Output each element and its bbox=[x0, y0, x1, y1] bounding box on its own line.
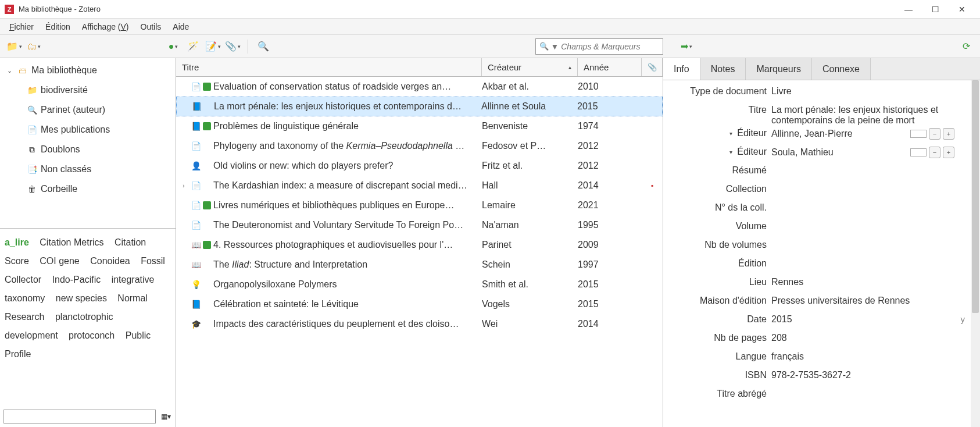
tree-item[interactable]: 🔍Parinet (auteur) bbox=[0, 100, 176, 120]
value-title[interactable]: La mort pénale: les enjeux historiques e… bbox=[771, 105, 978, 126]
new-group-button[interactable]: 🗂▾ bbox=[26, 38, 42, 55]
color-tag-icon bbox=[203, 122, 211, 130]
search-input[interactable] bbox=[551, 42, 659, 51]
advanced-search-button[interactable]: 🔍 bbox=[255, 38, 271, 55]
item-row[interactable]: ›📄The Kardashian index: a measure of dis… bbox=[176, 176, 663, 195]
tree-root-label: Ma bibliothèque bbox=[31, 65, 97, 76]
column-title[interactable]: Titre bbox=[176, 58, 482, 76]
item-row[interactable]: 📄The Deuteronomist and Voluntary Servitu… bbox=[176, 215, 663, 235]
item-row[interactable]: 💡Organopolysiloxane PolymersSmith et al.… bbox=[176, 275, 663, 294]
label-editor: Éditeur bbox=[737, 128, 767, 138]
item-row[interactable]: 📄Phylogeny and taxonomy of the Kermia–Ps… bbox=[176, 136, 663, 156]
tree-item[interactable]: 📁biodiversité bbox=[0, 80, 176, 100]
item-type-icon: 📄 bbox=[189, 141, 203, 151]
column-attachment[interactable]: 📎 bbox=[642, 58, 663, 76]
value-publisher[interactable]: Presses universitaires de Rennes bbox=[771, 296, 978, 306]
menu-edit[interactable]: Édition bbox=[41, 21, 75, 33]
label-volume: Volume bbox=[663, 221, 771, 232]
tag[interactable]: protoconch bbox=[69, 330, 115, 340]
item-title: Problèmes de linguistique générale bbox=[213, 121, 482, 131]
value-isbn[interactable]: 978-2-7535-3627-2 bbox=[771, 370, 978, 380]
app-icon: Z bbox=[5, 5, 14, 14]
tag[interactable]: Conoidea bbox=[90, 256, 130, 266]
menu-help[interactable]: Aide bbox=[168, 21, 194, 33]
add-by-identifier-button[interactable]: 🪄 bbox=[185, 38, 201, 55]
tab-notes[interactable]: Notes bbox=[700, 58, 746, 80]
item-year: 2012 bbox=[578, 141, 642, 151]
menu-file[interactable]: Fichier bbox=[5, 21, 38, 33]
item-row[interactable]: 📘Problèmes de linguistique généraleBenve… bbox=[176, 116, 663, 136]
attach-button[interactable]: 📎▾ bbox=[224, 38, 241, 55]
details-scrollbar[interactable] bbox=[971, 80, 980, 427]
locate-button[interactable]: ➡▾ bbox=[678, 38, 695, 55]
tag[interactable]: new species bbox=[56, 293, 107, 303]
search-box[interactable]: 🔍 bbox=[535, 38, 663, 55]
tag[interactable]: COI gene bbox=[40, 256, 79, 266]
item-row[interactable]: 📖4. Ressources photographiques et audiov… bbox=[176, 235, 663, 255]
item-row[interactable]: 🎓Impacts des caractéristiques du peuplem… bbox=[176, 314, 663, 334]
item-creator: Allinne et Soula bbox=[481, 101, 577, 112]
switch-name-mode-button[interactable] bbox=[910, 130, 927, 138]
close-button[interactable]: ✕ bbox=[949, 0, 975, 19]
new-note-button[interactable]: 📝▾ bbox=[205, 38, 221, 55]
label-isbn: ISBN bbox=[663, 370, 771, 380]
tag[interactable]: a_lire bbox=[5, 237, 29, 247]
value-place[interactable]: Rennes bbox=[771, 277, 978, 287]
tree-root[interactable]: ⌄ 🗃 Ma bibliothèque bbox=[0, 61, 176, 80]
collections-tree[interactable]: ⌄ 🗃 Ma bibliothèque 📁biodiversité🔍Parine… bbox=[0, 58, 176, 228]
label-publisher: Maison d'édition bbox=[663, 296, 771, 306]
column-year[interactable]: Année bbox=[578, 58, 642, 76]
item-creator: Fritz et al. bbox=[482, 161, 578, 171]
twisty-icon[interactable]: › bbox=[178, 183, 189, 189]
tag-filter-input[interactable] bbox=[3, 410, 156, 424]
tag[interactable]: Citation Metrics bbox=[40, 237, 103, 247]
remove-creator-button[interactable]: − bbox=[929, 147, 940, 158]
tree-item[interactable]: ⧉Doublons bbox=[0, 140, 176, 159]
column-creator[interactable]: Créateur▴ bbox=[482, 58, 578, 76]
creator-toggle-icon[interactable]: ▾ bbox=[725, 149, 732, 155]
item-row[interactable]: 📘Célébration et sainteté: le LévitiqueVo… bbox=[176, 294, 663, 314]
item-row[interactable]: 📄Livres numériques et bibliothèques publ… bbox=[176, 195, 663, 215]
scrollbar-thumb[interactable] bbox=[972, 80, 979, 313]
search-folder-icon: 🔍 bbox=[27, 105, 37, 115]
item-row[interactable]: 📄Evaluation of conservation status of ro… bbox=[176, 77, 663, 97]
item-year: 2012 bbox=[578, 161, 642, 171]
add-creator-button[interactable]: + bbox=[943, 147, 954, 158]
value-editor-2[interactable]: Soula, Mathieu bbox=[771, 147, 910, 158]
label-series-num: N° ds la coll. bbox=[663, 202, 771, 213]
value-item-type[interactable]: Livre bbox=[771, 86, 978, 97]
tag-menu-button[interactable]: ▦▾ bbox=[159, 410, 172, 423]
new-collection-button[interactable]: 📁▾ bbox=[6, 38, 22, 55]
tree-item[interactable]: 📄Mes publications bbox=[0, 120, 176, 140]
minimize-button[interactable]: — bbox=[895, 0, 922, 19]
tree-toggle-icon[interactable]: ⌄ bbox=[7, 67, 14, 74]
sync-button[interactable]: ⟳ bbox=[958, 38, 974, 55]
item-row[interactable]: 👤Old violins or new: which do players pr… bbox=[176, 156, 663, 176]
items-pane: Titre Créateur▴ Année 📎 📄Evaluation of c… bbox=[176, 58, 663, 427]
tree-item-label: Mes publications bbox=[41, 124, 110, 135]
item-title: La mort pénale: les enjeux historiques e… bbox=[214, 101, 481, 112]
item-year: 1995 bbox=[578, 220, 642, 230]
main-area: ⌄ 🗃 Ma bibliothèque 📁biodiversité🔍Parine… bbox=[0, 58, 980, 427]
value-date[interactable]: 2015 bbox=[771, 314, 978, 325]
maximize-button[interactable]: ☐ bbox=[922, 0, 949, 19]
item-row[interactable]: 📖The Iliad: Structure and Interpretation… bbox=[176, 255, 663, 275]
new-item-button[interactable]: ●▾ bbox=[165, 38, 181, 55]
tab-related[interactable]: Connexe bbox=[812, 58, 871, 80]
items-list[interactable]: 📄Evaluation of conservation status of ro… bbox=[176, 77, 663, 427]
tag[interactable]: Indo-Pacific bbox=[52, 275, 101, 284]
menu-view[interactable]: Affichage (V) bbox=[77, 21, 134, 33]
value-editor-1[interactable]: Allinne, Jean-Pierre bbox=[771, 129, 910, 139]
item-row[interactable]: 📘La mort pénale: les enjeux historiques … bbox=[176, 97, 663, 116]
remove-creator-button[interactable]: − bbox=[929, 128, 940, 140]
value-pages[interactable]: 208 bbox=[771, 333, 978, 343]
switch-name-mode-button[interactable] bbox=[910, 148, 927, 156]
tab-tags[interactable]: Marqueurs bbox=[746, 58, 811, 80]
add-creator-button[interactable]: + bbox=[943, 128, 954, 140]
menu-tools[interactable]: Outils bbox=[136, 21, 166, 33]
tree-item[interactable]: 📑Non classés bbox=[0, 159, 176, 179]
value-language[interactable]: français bbox=[771, 351, 978, 362]
creator-toggle-icon[interactable]: ▾ bbox=[725, 130, 732, 137]
tab-info[interactable]: Info bbox=[663, 58, 700, 80]
tree-item[interactable]: 🗑Corbeille bbox=[0, 179, 176, 199]
